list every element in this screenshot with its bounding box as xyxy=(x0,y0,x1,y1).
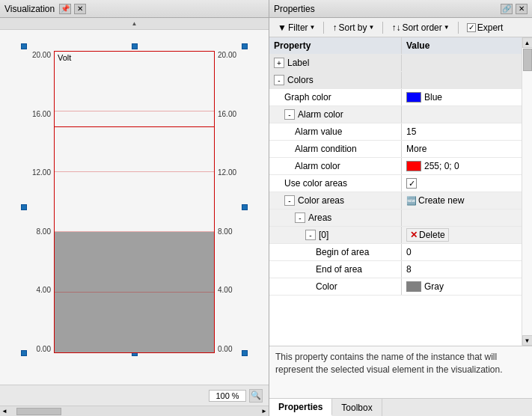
begin-of-area-prop-col: Begin of area xyxy=(269,244,402,260)
use-color-areas-row: Use color areas ✓ xyxy=(269,175,522,192)
props-close-btn[interactable]: ✕ xyxy=(516,4,528,14)
expert-btn[interactable]: ✓ Expert xyxy=(463,21,507,34)
h-scroll-right-arrow[interactable]: ► xyxy=(260,408,269,415)
areas-header-row: - Areas xyxy=(269,209,522,227)
tab-toolbox[interactable]: Toolbox xyxy=(332,399,382,416)
colors-prop-name: Colors xyxy=(287,75,314,85)
y-right-label-4: 4.00 xyxy=(218,286,240,294)
areas-0-prop-col[interactable]: - [0] xyxy=(269,227,402,243)
alarm-color-header-row: - Alarm color xyxy=(269,106,522,123)
end-of-area-value-col[interactable]: 8 xyxy=(402,261,522,278)
delete-label: Delete xyxy=(419,230,445,240)
grid-line-1 xyxy=(55,292,214,293)
handle-br[interactable] xyxy=(242,350,248,356)
props-titlebar: Properties 🔗 ✕ xyxy=(269,0,532,18)
handle-ml[interactable] xyxy=(21,204,27,210)
sort-order-label: Sort order xyxy=(402,22,441,33)
value-col-label: Value xyxy=(406,40,429,51)
grid-line-5 xyxy=(55,51,214,52)
props-table: Property Value + Label - Colors xyxy=(269,37,522,346)
create-new-btn[interactable]: 🆕 Create new xyxy=(406,195,464,206)
handle-tr[interactable] xyxy=(242,43,248,49)
areas-0-prop-name: [0] xyxy=(319,230,328,240)
sort-by-btn[interactable]: ↑ Sort by ▼ xyxy=(328,21,378,34)
handle-mr[interactable] xyxy=(242,204,248,210)
props-pin-btn[interactable]: 🔗 xyxy=(501,4,513,14)
color-areas-value-col[interactable]: 🆕 Create new xyxy=(402,192,522,209)
color-swatch[interactable] xyxy=(406,281,421,292)
handle-tl[interactable] xyxy=(21,43,27,49)
graph-color-swatch[interactable] xyxy=(406,92,421,103)
handle-tc[interactable] xyxy=(132,43,138,49)
end-of-area-value: 8 xyxy=(406,264,412,275)
filter-label: Filter xyxy=(288,22,308,33)
scroll-down-btn[interactable]: ▼ xyxy=(522,335,533,346)
alarm-condition-row: Alarm condition More xyxy=(269,141,522,158)
color-areas-prop-col[interactable]: - Color areas xyxy=(269,192,402,209)
viz-title: Visualization xyxy=(4,4,55,14)
graph-color-row: Graph color Blue xyxy=(269,89,522,106)
colors-prop-col[interactable]: - Colors xyxy=(269,72,402,88)
begin-of-area-prop-name: Begin of area xyxy=(316,247,369,257)
viz-scroll-top[interactable]: ▲ xyxy=(0,18,269,30)
scroll-up-btn[interactable]: ▲ xyxy=(522,37,533,48)
viz-content: 0.00 4.00 8.00 12.00 16.00 20.00 Volt xyxy=(0,30,269,385)
color-areas-expand[interactable]: - xyxy=(284,195,295,206)
alarm-color-swatch[interactable] xyxy=(406,161,421,171)
sort-order-icon: ↑↓ xyxy=(391,22,400,33)
scroll-thumb[interactable] xyxy=(523,49,532,71)
areas-prop-col[interactable]: - Areas xyxy=(269,209,402,226)
alarm-value-value-col[interactable]: 15 xyxy=(402,123,522,140)
zoom-display: 100 % xyxy=(209,390,246,402)
alarm-color-prop-name: Alarm color xyxy=(298,109,343,120)
props-scrollbar[interactable]: ▲ ▼ xyxy=(522,37,532,346)
alarm-color-expand[interactable]: - xyxy=(284,109,295,120)
color-value-col[interactable]: Gray xyxy=(402,278,522,295)
begin-of-area-row: Begin of area 0 xyxy=(269,244,522,261)
h-scroll-thumb[interactable] xyxy=(16,408,61,415)
label-expand[interactable]: + xyxy=(274,58,284,68)
label-prop-col[interactable]: + Label xyxy=(269,55,402,71)
toolbar-sep-2 xyxy=(382,22,383,34)
use-color-areas-checkbox[interactable]: ✓ xyxy=(406,178,417,189)
properties-panel: Properties 🔗 ✕ ▼ Filter ▼ ↑ Sort by ▼ ↑↓… xyxy=(269,0,532,416)
graph-color-value-col[interactable]: Blue xyxy=(402,89,522,105)
alarm-color-row: Alarm color 255; 0; 0 xyxy=(269,158,522,175)
areas-expand[interactable]: - xyxy=(295,212,305,223)
viz-close-btn[interactable]: ✕ xyxy=(74,4,86,14)
alarm-color-value-col2[interactable]: 255; 0; 0 xyxy=(402,158,522,174)
alarm-condition-value-col[interactable]: More xyxy=(402,141,522,157)
areas-0-expand[interactable]: - xyxy=(305,230,316,240)
scroll-track[interactable] xyxy=(522,48,533,335)
viz-titlebar: Visualization 📌 ✕ xyxy=(0,0,269,18)
begin-of-area-value-col[interactable]: 0 xyxy=(402,244,522,260)
tab-properties-label: Properties xyxy=(278,402,322,412)
y-label-8: 8.00 xyxy=(28,227,51,236)
filter-dropdown-arrow: ▼ xyxy=(310,24,316,31)
sort-by-dropdown-arrow: ▼ xyxy=(369,24,375,31)
create-new-label: Create new xyxy=(418,195,464,206)
props-table-wrapper: Property Value + Label - Colors xyxy=(269,37,532,346)
areas-0-value-col[interactable]: ✕ Delete xyxy=(402,227,522,243)
label-value-col xyxy=(402,55,522,71)
delete-btn[interactable]: ✕ Delete xyxy=(406,228,449,242)
props-tabs: Properties Toolbox xyxy=(269,398,532,416)
viz-pin-btn[interactable]: 📌 xyxy=(59,4,71,14)
y-right-label-20: 20.00 xyxy=(218,51,240,59)
color-row: Color Gray xyxy=(269,278,522,296)
h-scrollbar[interactable]: ◄ ► xyxy=(0,406,269,416)
sort-order-btn[interactable]: ↑↓ Sort order ▼ xyxy=(388,21,453,34)
alarm-value-prop-name: Alarm value xyxy=(295,126,342,137)
colors-expand[interactable]: - xyxy=(274,75,284,85)
filter-btn[interactable]: ▼ Filter ▼ xyxy=(274,21,319,34)
zoom-btn[interactable]: 🔍 xyxy=(249,389,263,403)
alarm-color-prop-col[interactable]: - Alarm color xyxy=(269,106,402,123)
y-right-label-12: 12.00 xyxy=(218,168,240,177)
alarm-value-prop-col: Alarm value xyxy=(269,123,402,140)
tab-properties[interactable]: Properties xyxy=(269,399,332,416)
h-scroll-left-arrow[interactable]: ◄ xyxy=(0,408,9,415)
color-prop-name: Color xyxy=(316,281,337,292)
handle-bl[interactable] xyxy=(21,350,27,356)
props-toolbar: ▼ Filter ▼ ↑ Sort by ▼ ↑↓ Sort order ▼ ✓… xyxy=(269,18,532,37)
use-color-areas-value-col[interactable]: ✓ xyxy=(402,175,522,192)
